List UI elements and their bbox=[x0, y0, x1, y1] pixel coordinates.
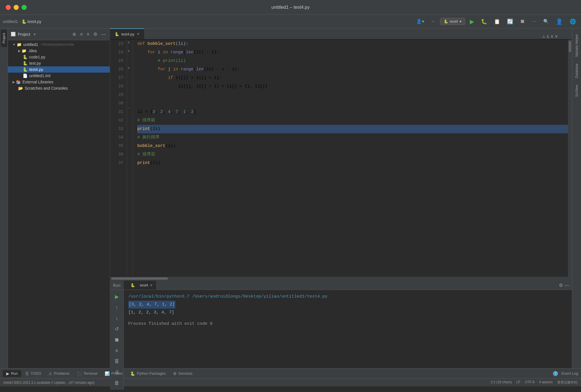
fold-24[interactable]: ▼ bbox=[128, 49, 130, 53]
iml-icon: 📄 bbox=[23, 73, 28, 78]
run-python-path[interactable]: /usr/local/bin/python3.7 bbox=[128, 294, 190, 299]
breadcrumb-project[interactable]: untitled1 bbox=[3, 19, 18, 24]
titlebar-buttons[interactable] bbox=[6, 5, 27, 10]
run-button[interactable]: ▶ bbox=[468, 17, 476, 26]
python-packages-icon: 🐍 bbox=[130, 371, 135, 376]
profile-run-button[interactable]: 🔄 bbox=[505, 17, 515, 26]
breadcrumb-icon: 🐍 bbox=[22, 19, 26, 24]
more-button[interactable]: ⋯ bbox=[530, 18, 539, 25]
tree-item-test[interactable]: 🐍 test.py bbox=[8, 60, 110, 66]
tree-item-code1[interactable]: 🐍 code1.py bbox=[8, 54, 110, 60]
nav-actions: 👤▾ ← 🐍 test4 ▾ ▶ 🐛 📋 🔄 ⏹ ⋯ 🔍 👤 🌐 bbox=[414, 17, 578, 26]
encoding[interactable]: UTF-8 bbox=[525, 380, 534, 385]
run-down-button[interactable]: ↓ bbox=[112, 314, 121, 323]
sidebar-vtab-sciview[interactable]: SciView bbox=[574, 82, 580, 100]
services-label: Services bbox=[178, 371, 193, 376]
run-trash-button[interactable]: 🗑 bbox=[112, 378, 121, 387]
fold-23[interactable]: ▼ bbox=[128, 41, 130, 45]
run-filter-button[interactable]: ≡ bbox=[112, 346, 121, 355]
horizontal-scrollbar[interactable] bbox=[110, 277, 572, 280]
editor-area: 🐍 test4.py ✕ ⚠ 1 ∧ ∨ 23 24 25 26 27 28 bbox=[110, 28, 572, 368]
back-button[interactable]: ← bbox=[429, 18, 438, 25]
main-layout: Project ⬜ Project ▾ ⊕ ≡ ≡ ⚙ — ▼ 📁 untitl… bbox=[0, 28, 581, 368]
titlebar: untitled1 – test4.py bbox=[0, 0, 581, 15]
status-tab-problems[interactable]: ⚠ Problems bbox=[45, 370, 73, 377]
run-script-path[interactable]: /Users/androidlongs/Desktop/yiliao/untit… bbox=[192, 294, 327, 299]
fold-26[interactable]: ▼ bbox=[128, 66, 130, 70]
code-line-30 bbox=[137, 99, 568, 108]
coverage-button[interactable]: 📋 bbox=[492, 17, 502, 26]
editor-tab-test4[interactable]: 🐍 test4.py ✕ bbox=[110, 28, 144, 39]
run-stop-button[interactable]: ⏹ bbox=[112, 335, 121, 344]
run-play-button[interactable]: ▶ bbox=[112, 292, 121, 301]
cursor-position[interactable]: 2:1 (18 chars) bbox=[491, 380, 512, 385]
idea-update-text[interactable]: IntelliJ IDEA 2021.3.1 available // Upda… bbox=[3, 381, 94, 385]
run-sort-button[interactable]: ≣ bbox=[112, 357, 121, 366]
breadcrumb-file[interactable]: test4.py bbox=[28, 19, 41, 24]
tree-scratches-label: Scratches and Consoles bbox=[25, 86, 68, 90]
sidebar-vtab-database[interactable]: Database bbox=[574, 61, 580, 81]
tree-item-scratches[interactable]: 📂 Scratches and Consoles bbox=[8, 85, 110, 91]
panel-close-icon[interactable]: — bbox=[100, 31, 107, 37]
code-line-31: li = [3, 2, 4, 7, 1, 2] bbox=[137, 108, 568, 116]
run-settings-button[interactable]: ⚙ bbox=[559, 283, 563, 288]
left-vtab-bar: Project bbox=[0, 28, 8, 368]
person-button[interactable]: 👤▾ bbox=[414, 18, 426, 25]
minimize-button[interactable] bbox=[14, 5, 19, 10]
line-numbers: 23 24 25 26 27 28 29 30 31 32 33 34 35 3… bbox=[110, 40, 127, 277]
debug-button[interactable]: 🐛 bbox=[479, 17, 489, 26]
status-tab-todo[interactable]: ☰ TODO bbox=[22, 370, 45, 377]
globe-button[interactable]: 🌐 bbox=[567, 17, 578, 26]
status-tab-run[interactable]: ▶ Run bbox=[3, 370, 21, 377]
search-button[interactable]: 🔍 bbox=[541, 18, 551, 25]
warning-down-icon[interactable]: ∨ bbox=[555, 33, 558, 39]
status-tab-terminal[interactable]: ⬛ Terminal bbox=[73, 370, 101, 377]
run-panel: Run: 🐍 test4 ✕ ⚙ — ▶ ↑ ↓ ↺ ⏹ bbox=[110, 280, 572, 368]
idea-folder-icon: 📁 bbox=[22, 49, 26, 53]
line-ending[interactable]: LF bbox=[516, 380, 520, 385]
run-config-button[interactable]: 🐍 test4 ▾ bbox=[440, 18, 465, 25]
vertical-scrollbar[interactable] bbox=[568, 40, 572, 277]
status-tab-python-packages[interactable]: 🐍 Python Packages bbox=[127, 370, 169, 377]
code-line-23: def bobble_sort(li): bbox=[137, 40, 568, 48]
sidebar-vtab-mybatis[interactable]: Mybatis Helper bbox=[574, 31, 580, 60]
scroll-thumb[interactable] bbox=[569, 41, 571, 52]
tree-item-idea[interactable]: ▶ 📁 .idea bbox=[8, 48, 110, 54]
stop-button[interactable]: ⏹ bbox=[518, 17, 527, 26]
ln-33: 33 bbox=[110, 125, 123, 133]
run-tab-test4[interactable]: 🐍 test4 ✕ bbox=[124, 281, 156, 290]
tree-root[interactable]: ▼ 📁 untitled1 ~/Desktop/yiliao/untitle bbox=[8, 41, 110, 48]
warning-up-icon[interactable]: ∧ bbox=[551, 33, 553, 39]
run-tab-close[interactable]: ✕ bbox=[150, 283, 153, 287]
close-button[interactable] bbox=[6, 5, 11, 10]
h-scroll-thumb[interactable] bbox=[111, 277, 168, 280]
code-line-37: print(li) bbox=[137, 159, 568, 167]
tree-item-iml[interactable]: 📄 untitled1.iml bbox=[8, 73, 110, 79]
status-right: 7 Event Log bbox=[553, 371, 578, 376]
panel-expand-icon[interactable]: ≡ bbox=[86, 31, 90, 37]
maximize-button[interactable] bbox=[22, 5, 27, 10]
panel-collapse-icon[interactable]: ≡ bbox=[79, 31, 84, 37]
status-tab-services[interactable]: ⚙ Services bbox=[170, 370, 196, 377]
tab-close-icon[interactable]: ✕ bbox=[137, 32, 140, 36]
ln-37: 37 bbox=[110, 159, 123, 167]
tree-item-ext[interactable]: ▶ 📚 External Libraries bbox=[8, 79, 110, 85]
panel-settings-icon[interactable]: ⚙ bbox=[92, 31, 98, 37]
indent-info[interactable]: 4 spaces bbox=[539, 380, 553, 385]
services-icon: ⚙ bbox=[173, 371, 177, 376]
tree-item-test4[interactable]: 🐍 test4.py bbox=[8, 66, 110, 73]
project-vtab[interactable]: Project bbox=[1, 29, 7, 47]
profile-button[interactable]: 👤 bbox=[553, 17, 565, 26]
tree-ext-arrow: ▶ bbox=[12, 80, 15, 84]
run-minimize-button[interactable]: — bbox=[565, 283, 569, 288]
run-up-button[interactable]: ↑ bbox=[112, 303, 121, 312]
code-content[interactable]: def bobble_sort(li): for i in range(len(… bbox=[133, 40, 568, 277]
project-panel: ⬜ Project ▾ ⊕ ≡ ≡ ⚙ — ▼ 📁 untitled1 ~/De… bbox=[8, 28, 110, 368]
panel-title-dropdown[interactable]: ▾ bbox=[33, 32, 37, 37]
panel-locate-icon[interactable]: ⊕ bbox=[71, 31, 77, 37]
terminal-label: Terminal bbox=[83, 371, 97, 376]
run-rerun-button[interactable]: ↺ bbox=[112, 324, 121, 334]
status-tab-profiler[interactable]: 📊 Profiler bbox=[101, 370, 126, 377]
fold-28[interactable]: — bbox=[128, 106, 130, 110]
event-log-label[interactable]: Event Log bbox=[561, 371, 578, 376]
